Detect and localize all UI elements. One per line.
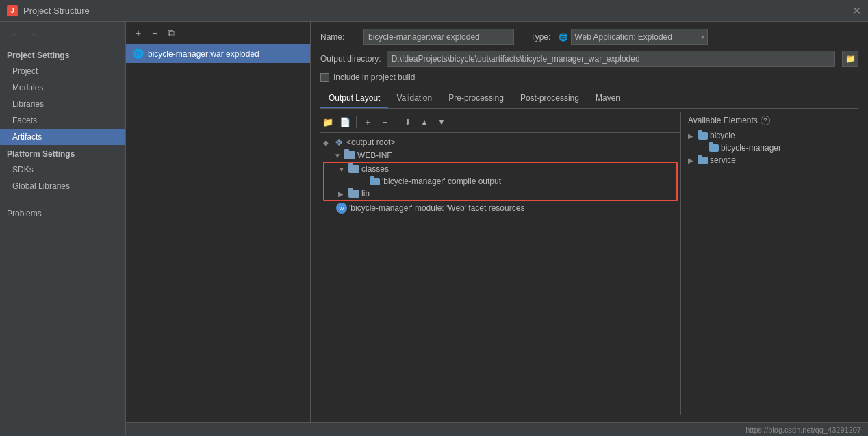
folder-icon-web-inf — [344, 151, 355, 159]
folder-icon-classes — [348, 165, 359, 173]
include-build-checkbox[interactable] — [320, 73, 329, 82]
highlight-region: ▼ classes 'bicycle-manager' compile outp… — [323, 162, 678, 201]
type-select[interactable]: Web Application: Exploded — [571, 29, 708, 45]
status-bar: https://blog.csdn.net/qq_43291207 — [126, 422, 868, 436]
main-layout: ← → Project Settings Project Modules Lib… — [0, 22, 868, 436]
sidebar-item-libraries[interactable]: Libraries — [0, 96, 125, 112]
tree-classes[interactable]: ▼ classes — [335, 163, 676, 175]
tree-lib[interactable]: ▶ lib — [335, 188, 676, 200]
artifact-list-panel: + − ⧉ 🌐 bicycle-manager:war exploded — [126, 22, 311, 422]
web-facet-icon: W — [336, 203, 347, 214]
tab-validation[interactable]: Validation — [388, 89, 440, 108]
type-icon: 🌐 — [559, 33, 568, 42]
platform-settings-header: Platform Settings — [0, 145, 125, 162]
avail-bicycle-label: bicycle — [710, 131, 735, 140]
include-build-underline: build — [398, 73, 415, 82]
tab-pre-processing[interactable]: Pre-processing — [440, 89, 512, 108]
sidebar-nav: ← → — [0, 22, 125, 47]
output-root-label: <output root> — [346, 138, 395, 147]
sidebar-item-problems[interactable]: Problems — [0, 205, 125, 222]
nav-back[interactable]: ← — [7, 27, 22, 41]
avail-folder-bicycle-manager — [709, 144, 719, 152]
content-inner: + − ⧉ 🌐 bicycle-manager:war exploded Nam… — [126, 22, 868, 422]
tab-output-layout[interactable]: Output Layout — [320, 89, 388, 108]
artifact-name: bicycle-manager:war exploded — [148, 49, 259, 59]
title-bar: J Project Structure ✕ — [0, 0, 868, 22]
type-select-wrapper: 🌐 Web Application: Exploded — [559, 29, 708, 45]
lib-label: lib — [361, 189, 370, 198]
output-area: 📁 📄 + − ⬇ ▲ ▼ — [320, 112, 858, 415]
output-root-icon: ❖ — [333, 137, 344, 148]
toggle-web-inf: ▼ — [334, 152, 342, 159]
classes-label: classes — [361, 164, 389, 174]
nav-forward[interactable]: → — [26, 27, 41, 41]
artifact-toolbar: + − ⧉ — [126, 22, 310, 44]
sidebar-item-facets[interactable]: Facets — [0, 112, 125, 129]
add-artifact-button[interactable]: + — [131, 26, 145, 40]
tree-output-root[interactable]: ◆ ❖ <output root> — [320, 136, 680, 149]
sidebar-item-sdks[interactable]: SDKs — [0, 162, 125, 178]
tree-web-inf[interactable]: ▼ WEB-INF — [331, 149, 680, 162]
include-build-row: Include in project build — [320, 73, 858, 82]
toolbar-sep-2 — [396, 116, 396, 128]
remove-artifact-button[interactable]: − — [148, 26, 162, 40]
name-label: Name: — [320, 32, 358, 42]
tree-compile-output[interactable]: 'bicycle-manager' compile output — [357, 175, 676, 188]
window-title: Project Structure — [23, 5, 852, 16]
output-dir-input[interactable] — [387, 51, 835, 67]
sidebar-item-project[interactable]: Project — [0, 63, 125, 79]
tab-post-processing[interactable]: Post-processing — [512, 89, 587, 108]
toolbar-sep-1 — [356, 116, 357, 128]
folder-icon-compile — [370, 178, 380, 185]
available-elements-title: Available Elements ? — [688, 116, 852, 125]
tab-maven[interactable]: Maven — [587, 89, 628, 108]
output-remove-btn[interactable]: − — [377, 114, 392, 129]
avail-item-service[interactable]: ▶ service — [688, 154, 852, 166]
avail-folder-bicycle — [698, 132, 708, 140]
avail-bicycle-manager-label: bicycle-manager — [721, 143, 781, 153]
toggle-lib: ▶ — [338, 190, 346, 198]
artifact-type-icon: 🌐 — [133, 49, 144, 59]
output-add-btn[interactable]: + — [360, 114, 375, 129]
web-inf-label: WEB-INF — [357, 151, 392, 160]
output-tree: ◆ ❖ <output root> ▼ WEB-INF — [320, 133, 680, 415]
output-dir-row: Output directory: 📁 — [320, 51, 858, 67]
output-file-btn[interactable]: 📄 — [337, 114, 353, 129]
project-settings-header: Project Settings — [0, 47, 125, 63]
compile-output-label: 'bicycle-manager' compile output — [382, 177, 501, 186]
content-area: + − ⧉ 🌐 bicycle-manager:war exploded Nam… — [126, 22, 868, 436]
output-down2-btn[interactable]: ▼ — [434, 114, 449, 129]
sidebar-item-global-libraries[interactable]: Global Libraries — [0, 178, 125, 194]
app-icon: J — [7, 5, 18, 16]
output-folder-btn[interactable]: 📁 — [320, 114, 335, 129]
toggle-root: ◆ — [323, 139, 331, 146]
copy-artifact-button[interactable]: ⧉ — [164, 26, 178, 40]
artifact-list-item[interactable]: 🌐 bicycle-manager:war exploded — [126, 44, 310, 63]
avail-service-label: service — [710, 155, 736, 165]
tree-web-facet[interactable]: W 'bicycle-manager' module: 'Web' facet … — [323, 201, 680, 215]
toggle-classes: ▼ — [338, 166, 346, 173]
detail-panel: Name: Type: 🌐 Web Application: Exploded … — [311, 22, 868, 422]
sidebar: ← → Project Settings Project Modules Lib… — [0, 22, 126, 436]
tabs-row: Output Layout Validation Pre-processing … — [320, 89, 858, 109]
avail-folder-service — [698, 157, 708, 164]
name-input[interactable] — [363, 29, 514, 45]
folder-icon-lib — [348, 190, 359, 198]
output-up-btn[interactable]: ▲ — [417, 114, 432, 129]
output-dir-browse-button[interactable]: 📁 — [842, 51, 858, 67]
status-url: https://blog.csdn.net/qq_43291207 — [745, 426, 861, 434]
web-facet-label: 'bicycle-manager' module: 'Web' facet re… — [349, 203, 524, 213]
output-dir-label: Output directory: — [320, 54, 381, 64]
name-row: Name: Type: 🌐 Web Application: Exploded — [320, 29, 858, 45]
sidebar-item-modules[interactable]: Modules — [0, 79, 125, 96]
output-toolbar: 📁 📄 + − ⬇ ▲ ▼ — [320, 112, 680, 133]
include-build-label: Include in project build — [333, 73, 415, 82]
sidebar-item-artifacts[interactable]: Artifacts — [0, 129, 125, 145]
avail-item-bicycle-manager[interactable]: bicycle-manager — [699, 142, 852, 154]
output-down-btn[interactable]: ⬇ — [400, 114, 415, 129]
type-label: Type: — [531, 32, 550, 42]
available-elements-panel: Available Elements ? ▶ bicycle — [680, 112, 858, 415]
close-button[interactable]: ✕ — [852, 4, 861, 17]
avail-item-bicycle[interactable]: ▶ bicycle — [688, 129, 852, 142]
available-help-icon[interactable]: ? — [761, 116, 770, 125]
